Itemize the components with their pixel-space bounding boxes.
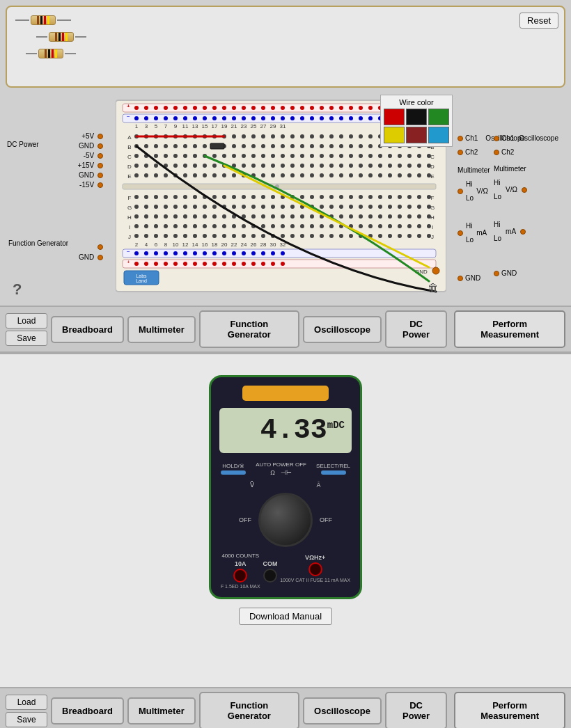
svg-point-218 (144, 173, 148, 177)
svg-point-412 (407, 234, 412, 238)
tab-breadboard[interactable]: Breadboard (51, 316, 124, 343)
svg-point-190 (173, 164, 178, 168)
svg-point-443 (242, 251, 246, 255)
svg-text:4: 4 (145, 242, 148, 248)
list-item (15, 15, 556, 25)
svg-point-405 (339, 234, 343, 238)
svg-point-214 (407, 164, 412, 168)
svg-point-193 (203, 164, 207, 168)
svg-point-379 (388, 224, 392, 228)
svg-point-340 (310, 214, 314, 219)
svg-point-343 (339, 214, 343, 219)
breadboard-layout: DC Power +5V GND -5V +15V GND (6, 93, 565, 306)
svg-point-208 (349, 164, 353, 168)
svg-point-411 (398, 234, 402, 238)
svg-point-323 (144, 214, 148, 219)
svg-point-168 (261, 154, 265, 158)
svg-point-334 (251, 214, 256, 219)
svg-point-452 (154, 262, 158, 266)
save-button[interactable]: Save (6, 331, 47, 346)
svg-point-55 (329, 116, 334, 120)
svg-point-185 (427, 154, 431, 158)
svg-point-445 (261, 251, 265, 255)
tab-function-generator-2[interactable]: Function Generator (199, 692, 299, 728)
tab-dc-power[interactable]: DC Power (385, 310, 447, 348)
svg-point-166 (242, 154, 246, 158)
minus15v-label: -15V (79, 181, 103, 189)
select-rel-button[interactable] (321, 470, 346, 475)
svg-point-201 (281, 164, 285, 168)
svg-point-319 (407, 205, 412, 209)
multimeter-dial[interactable] (258, 493, 313, 547)
svg-point-191 (183, 164, 187, 168)
svg-point-143 (320, 144, 324, 148)
svg-text:−: − (127, 248, 130, 255)
terminal-com-jack[interactable] (263, 569, 277, 583)
svg-point-328 (193, 214, 197, 219)
svg-point-167 (251, 154, 256, 158)
download-manual-button[interactable]: Download Manual (239, 608, 332, 625)
tab-oscilloscope-2[interactable]: Oscilloscope (303, 697, 382, 725)
svg-point-113 (329, 134, 334, 139)
svg-point-451 (144, 262, 148, 266)
svg-point-24 (349, 106, 353, 110)
save-button-2[interactable]: Save (6, 712, 47, 727)
svg-point-295 (173, 205, 178, 209)
svg-point-35 (134, 116, 139, 120)
svg-point-142 (310, 144, 314, 148)
resistor-lead-left (26, 53, 37, 54)
svg-point-290 (427, 195, 431, 199)
svg-point-284 (368, 195, 373, 199)
svg-point-302 (242, 205, 246, 209)
hold-button[interactable] (221, 470, 246, 475)
tab-dc-power-2[interactable]: DC Power (385, 692, 447, 728)
svg-point-331 (222, 214, 226, 219)
svg-text:D: D (127, 164, 132, 170)
tab-breadboard-2[interactable]: Breadboard (51, 697, 124, 725)
svg-text:C: C (430, 154, 435, 160)
terminal-vohz-jack[interactable] (308, 562, 322, 576)
tab-multimeter-2[interactable]: Multimeter (127, 697, 196, 725)
svg-point-5 (164, 106, 168, 110)
svg-point-382 (417, 224, 421, 228)
svg-text:9: 9 (174, 123, 178, 129)
tab-oscilloscope[interactable]: Oscilloscope (303, 316, 382, 343)
svg-rect-449 (123, 260, 436, 268)
wire-color-title: Wire color (384, 98, 449, 106)
terminal-10a-jack[interactable] (233, 569, 247, 583)
svg-point-403 (320, 234, 324, 238)
auto-label: AUTO POWER OFF Ω ⊣⊢ (256, 461, 306, 476)
svg-text:H: H (127, 214, 132, 221)
svg-point-303 (251, 205, 256, 209)
svg-point-273 (261, 195, 265, 199)
tab-function-generator[interactable]: Function Generator (199, 310, 299, 348)
load-button[interactable]: Load (6, 313, 47, 329)
svg-point-348 (388, 214, 392, 219)
svg-point-175 (329, 154, 334, 158)
multimeter-brand-bar (242, 386, 329, 401)
help-icon[interactable]: ? (13, 280, 22, 299)
svg-point-296 (183, 205, 187, 209)
svg-point-356 (164, 224, 168, 228)
tab-multimeter[interactable]: Multimeter (127, 316, 196, 343)
svg-point-155 (134, 154, 139, 158)
reset-button[interactable]: Reset (519, 13, 558, 29)
svg-point-435 (164, 251, 168, 255)
svg-point-297 (193, 205, 197, 209)
svg-point-346 (368, 214, 373, 219)
svg-point-318 (398, 205, 402, 209)
svg-point-301 (232, 205, 236, 209)
color-black (406, 109, 427, 125)
svg-point-16 (271, 106, 275, 110)
load-button-2[interactable]: Load (6, 695, 47, 710)
svg-rect-473 (210, 143, 224, 149)
svg-point-139 (281, 144, 285, 148)
svg-point-12 (232, 106, 236, 110)
svg-point-10 (212, 106, 217, 110)
perform-measurement-button[interactable]: Perform Measurement (454, 310, 565, 348)
perform-measurement-button-2[interactable]: Perform Measurement (454, 692, 565, 728)
svg-point-265 (183, 195, 187, 199)
multimeter-device: 4.33mDC HOLD/※ AUTO POWER OFF Ω ⊣⊢ SELEC… (209, 375, 362, 599)
svg-point-371 (310, 224, 314, 228)
svg-point-141 (300, 144, 304, 148)
